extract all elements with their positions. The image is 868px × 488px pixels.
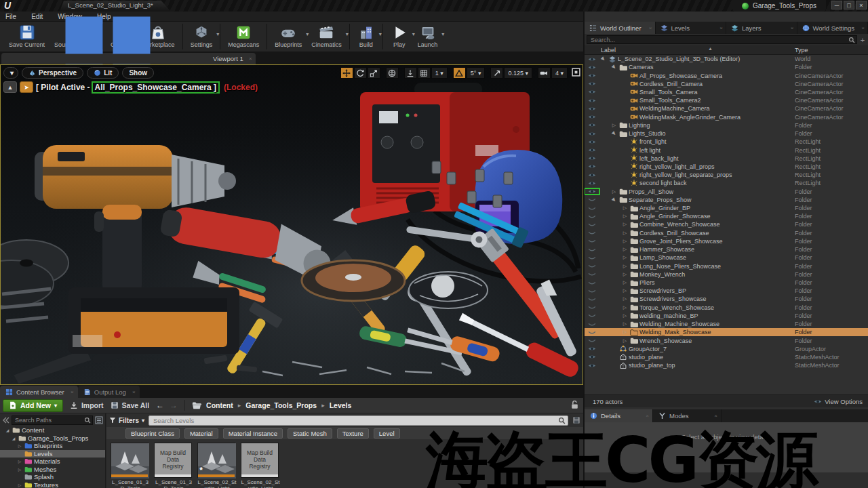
sources-list-icon[interactable] — [95, 416, 103, 424]
grid-snap-value[interactable]: 1 ▾ — [431, 67, 448, 79]
expander-arrow-icon[interactable]: ▷ — [621, 239, 629, 244]
tab-details[interactable]: Details× — [585, 409, 653, 422]
visibility-eye-icon[interactable] — [585, 139, 599, 145]
filter-chip-level[interactable]: Level — [374, 428, 400, 439]
maximize-button[interactable]: □ — [844, 1, 854, 9]
tab-output-log[interactable]: Output Log× — [78, 386, 140, 398]
asset-tile-l-scene-02-studio-light[interactable]: *L_Scene_02_Studio_Light — [197, 443, 237, 488]
outliner-row-pliers[interactable]: ▷PliersFolder — [585, 279, 868, 287]
close-icon[interactable]: × — [719, 25, 723, 31]
visibility-eye-icon[interactable] — [585, 205, 599, 211]
view-options-button[interactable]: View Options — [814, 398, 863, 405]
visibility-eye-icon[interactable] — [585, 172, 599, 178]
outliner-row-separate-props-show[interactable]: ▶Separate_Props_ShowFolder — [585, 196, 868, 204]
visibility-eye-icon[interactable] — [585, 363, 599, 369]
expander-arrow-icon[interactable]: ▷ — [621, 255, 629, 260]
add-new-button[interactable]: Add New▾ — [3, 399, 63, 412]
outliner-row-small-tools-camera2[interactable]: Small_Tools_Camera2CineCameraActor — [585, 96, 868, 104]
scale-snap-value[interactable]: 0.125 ▾ — [504, 67, 532, 79]
outliner-row-weldingmachine-camera[interactable]: WeldingMachine_CameraCineCameraActor — [585, 104, 868, 113]
outliner-row-lights-studio[interactable]: ▶Lights_StudioFolder — [585, 129, 868, 138]
expander-arrow-icon[interactable]: ▷ — [621, 305, 629, 310]
folder-content[interactable]: ◢Content — [0, 426, 105, 434]
outliner-row-screwdrivers-showcase[interactable]: ▷Screwdrivers_ShowcaseFolder — [585, 295, 868, 303]
chevron-down-icon[interactable]: ▾ — [441, 31, 444, 37]
visibility-eye-icon[interactable] — [585, 98, 599, 104]
visibility-eye-icon[interactable] — [585, 114, 599, 120]
visibility-eye-icon[interactable] — [585, 288, 599, 294]
visibility-eye-icon[interactable] — [585, 312, 599, 319]
visibility-eye-icon[interactable] — [585, 255, 599, 261]
outliner-search-input[interactable]: Search... — [587, 35, 857, 44]
view-settings-icon[interactable] — [572, 416, 580, 424]
visibility-eye-icon[interactable] — [585, 155, 599, 161]
outliner-column-header[interactable]: Label ▲ Type — [585, 45, 868, 55]
import-button[interactable]: Import — [70, 401, 104, 409]
chevron-down-icon[interactable]: ▾ — [346, 31, 349, 37]
close-icon[interactable]: × — [71, 389, 74, 395]
tab-world-settings[interactable]: World Settings× — [797, 22, 868, 34]
visibility-eye-icon[interactable] — [585, 122, 599, 128]
expander-arrow-icon[interactable]: ▷ — [621, 288, 629, 293]
expander-arrow-icon[interactable]: ◢ — [11, 436, 16, 441]
world-local-toggle-button[interactable] — [386, 67, 399, 79]
outliner-row-angle-grinder-bp[interactable]: ▷Angle_Grinder_BPFolder — [585, 204, 868, 212]
forward-arrow-icon[interactable]: → — [170, 401, 178, 410]
close-button[interactable]: × — [856, 1, 867, 9]
outliner-row-front-light[interactable]: front_lightRectLight — [585, 138, 868, 146]
expander-arrow-icon[interactable]: ▷ — [621, 272, 629, 277]
camera-speed-button[interactable] — [538, 67, 551, 79]
eject-pilot-button[interactable]: ▲ — [3, 81, 17, 93]
show-button[interactable]: Show — [122, 67, 154, 79]
visibility-eye-icon[interactable] — [585, 329, 599, 336]
expander-arrow-icon[interactable]: ▷ — [621, 247, 629, 252]
folder-garage-tools-props[interactable]: ◢Garage_Tools_Props — [0, 434, 105, 443]
visibility-eye-icon[interactable] — [585, 263, 599, 269]
visibility-eye-icon[interactable] — [585, 89, 599, 95]
toolbar-play-button[interactable]: Play▾ — [386, 23, 413, 48]
outliner-row-right-yellow-light-separate-props[interactable]: right_yellow_light_separate_propsRectLig… — [585, 171, 868, 179]
outliner-row-angle-grinder-showcase[interactable]: ▷Angle_Grinder_ShowcaseFolder — [585, 212, 868, 220]
visibility-eye-icon[interactable] — [585, 131, 599, 137]
expander-arrow-icon[interactable]: ▷ — [621, 205, 629, 211]
lock-content-browser-icon[interactable] — [570, 400, 579, 410]
toolbar-megascans-button[interactable]: Megascans — [223, 23, 264, 48]
visibility-eye-icon[interactable] — [585, 304, 599, 310]
breadcrumb-content[interactable]: Content — [206, 401, 233, 409]
grid-snap-button[interactable] — [418, 67, 431, 79]
visibility-eye-icon[interactable] — [585, 73, 599, 79]
outliner-row-wrench-showcase[interactable]: ▷Wrench_ShowcaseFolder — [585, 336, 868, 344]
rotate-tool-button[interactable] — [354, 67, 367, 79]
surface-snap-button[interactable] — [404, 67, 417, 79]
filter-chip-material[interactable]: Material — [184, 428, 218, 439]
outliner-row-cordless-drill-showcase[interactable]: ▷Cordless_Drill_ShowcaseFolder — [585, 229, 868, 237]
expander-arrow-icon[interactable]: ▷ — [621, 313, 629, 319]
expander-arrow-icon[interactable]: ▷ — [621, 230, 629, 236]
outliner-row-welding-machine-showcase[interactable]: ▷Welding_Machine_ShowcaseFolder — [585, 320, 868, 328]
expander-arrow-icon[interactable]: ▷ — [17, 459, 22, 464]
expander-arrow-icon[interactable]: ▷ — [621, 296, 629, 302]
search-assets-input[interactable]: Search Levels — [149, 415, 568, 426]
outliner-row-torque-wrench-showcase[interactable]: ▷Torque_Wrench_ShowcaseFolder — [585, 304, 868, 312]
visibility-eye-icon[interactable] — [585, 346, 599, 352]
chevron-down-icon[interactable]: ▾ — [379, 31, 382, 37]
visibility-eye-icon[interactable] — [585, 321, 599, 327]
visibility-eye-icon[interactable] — [585, 222, 599, 228]
filters-button[interactable]: Filters▾ — [109, 417, 144, 424]
close-icon[interactable]: × — [649, 25, 652, 31]
visibility-eye-icon[interactable] — [585, 271, 599, 277]
visibility-eye-icon[interactable] — [585, 64, 599, 70]
outliner-row-props-all-show[interactable]: ▷Props_All_ShowFolder — [585, 188, 868, 196]
folder-levels[interactable]: Levels — [0, 450, 105, 458]
visibility-eye-icon[interactable] — [585, 296, 599, 302]
asset-tile-l-scene-02-studio-light[interactable]: Map Build Data RegistryL_Scene_02_Studio… — [241, 443, 280, 488]
filter-chip-blueprint-class[interactable]: Blueprint Class — [125, 428, 180, 439]
toolbar-launch-button[interactable]: Launch▾ — [413, 23, 443, 48]
visibility-eye-icon[interactable] — [585, 163, 599, 169]
filter-chip-texture[interactable]: Texture — [337, 428, 369, 439]
visibility-eye-icon[interactable] — [585, 247, 599, 253]
scale-tool-button[interactable] — [368, 67, 380, 79]
expander-arrow-icon[interactable]: ▷ — [621, 329, 629, 335]
close-icon[interactable]: × — [646, 413, 649, 419]
visibility-eye-icon[interactable] — [585, 230, 599, 236]
